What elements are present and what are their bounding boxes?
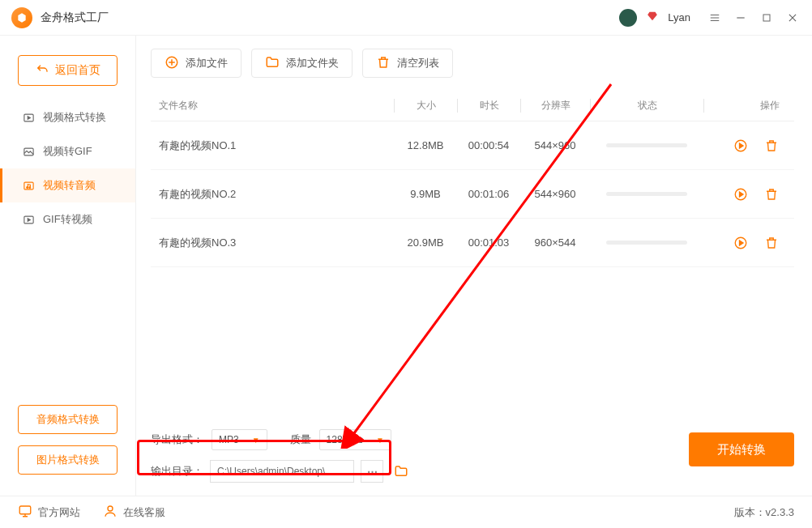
play-icon[interactable] — [733, 138, 749, 154]
maximize-icon[interactable] — [759, 10, 775, 26]
table-row[interactable]: 有趣的视频NO.2 9.9MB 00:01:06 544×960 — [151, 170, 794, 219]
format-value: MP3 — [219, 434, 239, 445]
nav-video-audio[interactable]: 视频转音频 — [0, 168, 135, 202]
audio-category-button[interactable]: 音频格式转换 — [18, 405, 118, 434]
col-action: 操作 — [703, 99, 786, 113]
nav-label: GIF转视频 — [43, 212, 92, 227]
table-header: 文件名称 大小 时长 分辨率 状态 操作 — [151, 91, 794, 121]
music-icon — [22, 179, 35, 192]
cell-name: 有趣的视频NO.1 — [159, 138, 394, 153]
app-title: 金舟格式工厂 — [41, 11, 109, 25]
cell-size: 20.9MB — [394, 236, 457, 249]
add-folder-button[interactable]: 添加文件夹 — [251, 49, 353, 78]
table-row[interactable]: 有趣的视频NO.3 20.9MB 00:01:03 960×544 — [151, 219, 794, 267]
delete-icon[interactable] — [763, 186, 780, 202]
outdir-input[interactable] — [210, 460, 354, 483]
cell-resolution: 544×960 — [520, 139, 590, 151]
chevron-down-icon: ▼ — [376, 436, 384, 445]
support-link[interactable]: 在线客服 — [103, 504, 165, 521]
add-file-button[interactable]: 添加文件 — [151, 49, 241, 78]
site-label: 官方网站 — [38, 505, 80, 520]
cell-status — [590, 143, 703, 147]
nav-label: 视频格式转换 — [43, 110, 106, 125]
col-size: 大小 — [394, 99, 457, 113]
quality-select[interactable]: 128kbps ▼ — [319, 429, 391, 450]
back-arrow-icon — [36, 63, 49, 79]
folder-icon — [265, 55, 280, 72]
play-square-icon — [22, 111, 35, 124]
headset-icon — [103, 504, 118, 521]
start-convert-button[interactable]: 开始转换 — [689, 432, 794, 466]
cell-name: 有趣的视频NO.3 — [159, 236, 394, 250]
nav-label: 视频转音频 — [43, 178, 96, 193]
trash-icon — [376, 55, 391, 72]
user-avatar[interactable] — [619, 9, 637, 27]
col-filename: 文件名称 — [159, 99, 394, 113]
official-site-link[interactable]: 官方网站 — [18, 504, 80, 521]
username: Lyan — [668, 11, 690, 23]
image-icon — [22, 145, 35, 158]
delete-icon[interactable] — [763, 235, 780, 251]
cell-resolution: 544×960 — [520, 188, 590, 200]
nav-label: 视频转GIF — [43, 144, 92, 159]
add-folder-label: 添加文件夹 — [286, 56, 339, 70]
chevron-down-icon: ▼ — [252, 436, 260, 445]
svg-rect-0 — [763, 15, 770, 21]
outdir-label: 输出目录： — [151, 464, 203, 479]
cell-duration: 00:00:54 — [457, 139, 520, 151]
cell-name: 有趣的视频NO.2 — [159, 187, 394, 202]
cell-size: 9.9MB — [394, 188, 457, 200]
plus-circle-icon — [165, 55, 179, 72]
cell-status — [590, 241, 703, 245]
cell-duration: 00:01:06 — [457, 188, 520, 200]
format-label: 导出格式： — [151, 432, 203, 447]
col-duration: 时长 — [457, 99, 520, 113]
clear-list-label: 清空列表 — [397, 56, 439, 70]
close-icon[interactable] — [784, 10, 801, 26]
format-select[interactable]: MP3 ▼ — [212, 429, 267, 450]
play-icon[interactable] — [733, 186, 749, 202]
quality-label: 质量 — [290, 432, 311, 447]
monitor-icon — [18, 504, 32, 521]
clear-list-button[interactable]: 清空列表 — [362, 49, 453, 78]
add-file-label: 添加文件 — [186, 56, 228, 70]
play-icon[interactable] — [733, 235, 749, 251]
open-folder-button[interactable] — [390, 460, 412, 483]
version-text: 版本：v2.3.3 — [734, 505, 794, 520]
minimize-icon[interactable] — [733, 10, 749, 26]
cell-resolution: 960×544 — [520, 236, 590, 249]
support-label: 在线客服 — [123, 505, 165, 520]
back-button[interactable]: 返回首页 — [18, 55, 118, 86]
cell-size: 12.8MB — [394, 139, 457, 151]
nav-video-gif[interactable]: 视频转GIF — [0, 134, 135, 168]
menu-icon[interactable] — [707, 10, 723, 26]
col-resolution: 分辨率 — [520, 99, 590, 113]
svg-rect-3 — [24, 182, 32, 189]
play-square-icon — [22, 213, 35, 226]
cell-duration: 00:01:03 — [457, 236, 520, 249]
svg-point-5 — [28, 186, 30, 188]
nav-gif-video[interactable]: GIF转视频 — [0, 202, 135, 236]
svg-rect-12 — [19, 506, 31, 514]
col-status: 状态 — [590, 99, 703, 113]
svg-point-13 — [108, 506, 113, 511]
diamond-icon — [647, 11, 658, 25]
cell-status — [590, 192, 703, 196]
quality-value: 128kbps — [327, 434, 363, 445]
image-category-button[interactable]: 图片格式转换 — [18, 445, 118, 475]
nav-video-convert[interactable]: 视频格式转换 — [0, 100, 135, 134]
browse-button[interactable]: ⋯ — [361, 460, 383, 483]
app-logo — [11, 7, 32, 28]
svg-point-4 — [26, 186, 28, 188]
delete-icon[interactable] — [763, 138, 780, 154]
table-row[interactable]: 有趣的视频NO.1 12.8MB 00:00:54 544×960 — [151, 121, 794, 170]
back-label: 返回首页 — [55, 63, 100, 78]
